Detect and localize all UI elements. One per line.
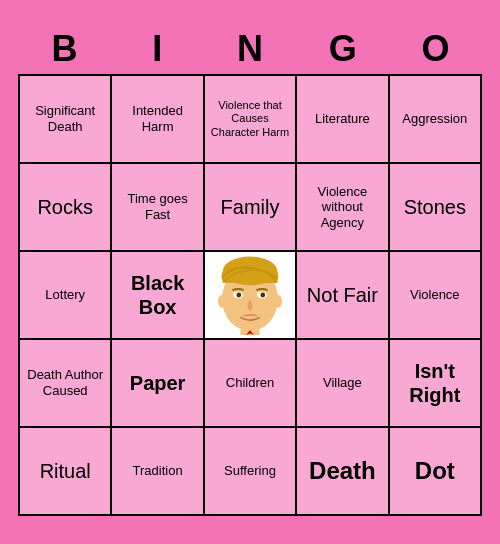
letter-o: O	[392, 28, 480, 70]
grid-cell-14: Violence	[390, 252, 482, 340]
grid-cell-5: Rocks	[20, 164, 112, 252]
svg-point-4	[236, 293, 241, 298]
svg-point-6	[218, 295, 226, 308]
grid-cell-15: Death Author Caused	[20, 340, 112, 428]
grid-cell-13: Not Fair	[297, 252, 389, 340]
grid-cell-18: Village	[297, 340, 389, 428]
grid-cell-24: Dot	[390, 428, 482, 516]
letter-i: I	[113, 28, 201, 70]
grid-cell-3: Literature	[297, 76, 389, 164]
grid-cell-16: Paper	[112, 340, 204, 428]
grid-cell-9: Stones	[390, 164, 482, 252]
grid-cell-21: Tradition	[112, 428, 204, 516]
letter-n: N	[206, 28, 294, 70]
letter-b: B	[20, 28, 108, 70]
bingo-card: B I N G O Significant DeathIntended Harm…	[10, 20, 490, 524]
grid-cell-0: Significant Death	[20, 76, 112, 164]
letter-g: G	[299, 28, 387, 70]
grid-cell-10: Lottery	[20, 252, 112, 340]
svg-point-5	[260, 293, 265, 298]
grid-cell-12	[205, 252, 297, 340]
grid-cell-6: Time goes Fast	[112, 164, 204, 252]
grid-cell-7: Family	[205, 164, 297, 252]
grid-cell-17: Children	[205, 340, 297, 428]
grid-cell-4: Aggression	[390, 76, 482, 164]
bingo-grid: Significant DeathIntended HarmViolence t…	[18, 74, 482, 516]
svg-point-7	[274, 295, 282, 308]
grid-cell-1: Intended Harm	[112, 76, 204, 164]
grid-cell-2: Violence that Causes Character Harm	[205, 76, 297, 164]
grid-cell-20: Ritual	[20, 428, 112, 516]
bingo-header: B I N G O	[18, 28, 482, 70]
grid-cell-22: Suffering	[205, 428, 297, 516]
grid-cell-19: Isn't Right	[390, 340, 482, 428]
grid-cell-11: Black Box	[112, 252, 204, 340]
grid-cell-8: Violence without Agency	[297, 164, 389, 252]
grid-cell-23: Death	[297, 428, 389, 516]
